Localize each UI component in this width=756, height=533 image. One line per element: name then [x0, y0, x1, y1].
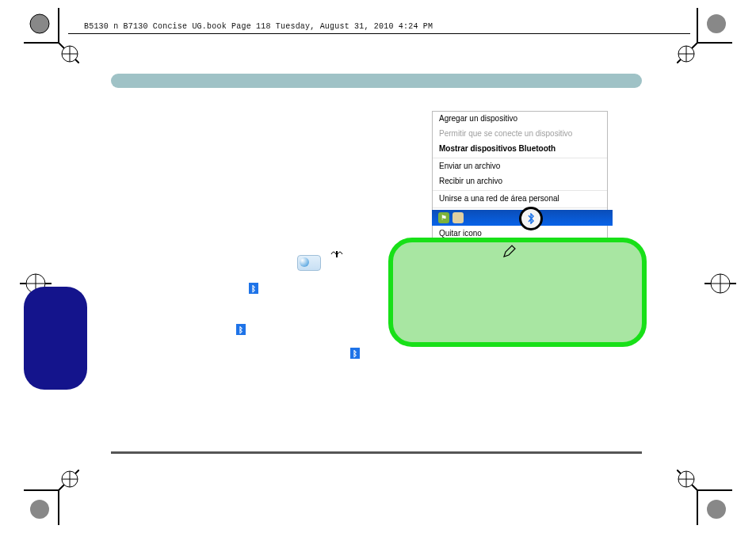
svg-rect-37	[336, 251, 338, 257]
bluetooth-icon: ᛒ	[236, 324, 246, 335]
bluetooth-icon	[526, 213, 536, 224]
section-title-bar	[111, 74, 642, 88]
crop-mark-bottom-right	[677, 470, 732, 525]
bt-menu-join-pan[interactable]: Unirse a una red de área personal	[433, 192, 607, 207]
network-settings-icon[interactable]	[297, 255, 321, 271]
bluetooth-icon: ᛒ	[350, 348, 360, 359]
crop-mark-top-left	[24, 8, 79, 63]
crop-mark-right	[704, 260, 736, 307]
bt-menu-allow-connect: Permitir que se conecte un dispositivo	[433, 127, 607, 142]
svg-point-22	[707, 500, 726, 519]
side-tab	[24, 287, 87, 390]
bluetooth-icon: ᛒ	[249, 283, 258, 294]
crop-mark-bottom-left	[24, 470, 79, 525]
svg-point-8	[707, 14, 726, 33]
crop-mark-top-right	[677, 8, 732, 63]
bt-menu-send-file[interactable]: Enviar un archivo	[433, 159, 607, 174]
bluetooth-tray-highlight[interactable]	[519, 207, 543, 230]
note-pen-icon	[502, 244, 517, 261]
page-header-meta: B5130 n B7130 Concise UG.book Page 118 T…	[84, 22, 433, 31]
wireless-icon	[330, 248, 344, 262]
bt-menu-show-devices[interactable]: Mostrar dispositivos Bluetooth	[433, 142, 607, 157]
svg-point-15	[30, 500, 49, 519]
bt-menu-receive-file[interactable]: Recibir un archivo	[433, 174, 607, 189]
bt-menu-add-device[interactable]: Agregar un dispositivo	[433, 112, 607, 127]
tray-icon-generic[interactable]	[452, 212, 464, 223]
header-rule	[68, 33, 690, 34]
footer-rule	[111, 451, 642, 454]
note-box	[388, 238, 647, 347]
tray-icon-action-center[interactable]: ⚑	[438, 212, 449, 223]
